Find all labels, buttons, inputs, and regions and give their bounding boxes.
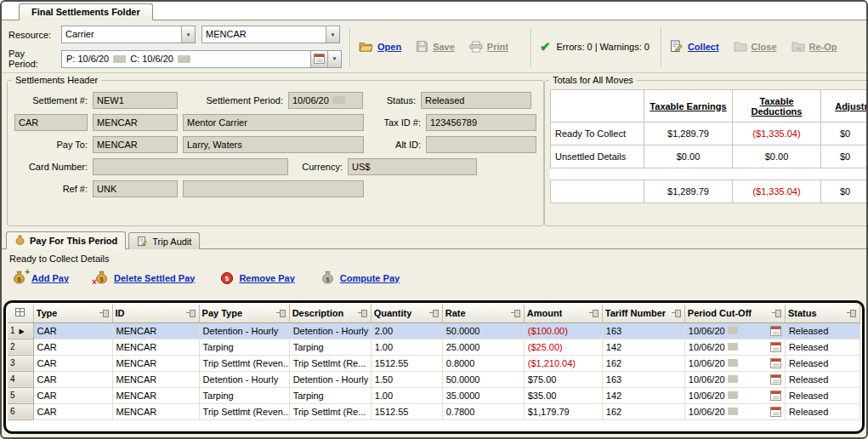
row-selector[interactable]: 6	[8, 403, 33, 419]
cell-status[interactable]: Released	[785, 322, 859, 339]
cell-quantity[interactable]: 2.00	[371, 322, 442, 339]
delete-settled-pay-button[interactable]: $× Delete Settled Pay	[94, 271, 195, 285]
row-selector[interactable]: 1▶	[8, 322, 33, 339]
chevron-down-icon[interactable]: ▼	[326, 26, 339, 43]
cell-description[interactable]: Trip Settlmt (Re...	[289, 403, 371, 419]
cell-id[interactable]: MENCAR	[112, 322, 199, 339]
calendar-icon[interactable]	[770, 374, 781, 385]
cell-tariff-number[interactable]: 163	[602, 371, 684, 387]
cell-pay-type[interactable]: Tarping	[199, 387, 289, 403]
cell-quantity[interactable]: 1.50	[371, 371, 442, 387]
pin-icon[interactable]	[275, 309, 286, 318]
grid-row[interactable]: 5CARMENCARTarpingTarping1.0035.0000$35.0…	[8, 387, 860, 403]
cell-description[interactable]: Tarping	[289, 339, 371, 355]
column-header-tariff-number[interactable]: Tariff Number	[602, 305, 684, 322]
cell-rate[interactable]: 0.7800	[442, 403, 524, 419]
cell-pay-type[interactable]: Trip Settlmt (Reven...	[199, 403, 289, 419]
cell-id[interactable]: MENCAR	[112, 339, 199, 355]
grid-row[interactable]: 3CARMENCARTrip Settlmt (Reven...Trip Set…	[8, 355, 860, 371]
remove-pay-button[interactable]: $ Remove Pay	[220, 271, 294, 285]
cell-rate[interactable]: 0.8000	[442, 355, 524, 371]
cell-quantity[interactable]: 1.00	[371, 339, 442, 355]
grid-row[interactable]: 1▶CARMENCARDetention - HourlyDetention -…	[8, 322, 860, 339]
cell-amount[interactable]: ($100.00)	[524, 322, 602, 339]
cell-tariff-number[interactable]: 162	[602, 403, 684, 419]
cell-id[interactable]: MENCAR	[112, 371, 199, 387]
cell-status[interactable]: Released	[785, 339, 859, 355]
column-header-period-cut-off[interactable]: Period Cut-Off	[684, 305, 785, 322]
cell-status[interactable]: Released	[785, 355, 859, 371]
cell-pay-type[interactable]: Tarping	[199, 339, 289, 355]
pin-icon[interactable]	[357, 309, 368, 318]
cell-amount[interactable]: $1,179.79	[524, 403, 602, 419]
column-header-type[interactable]: Type	[33, 305, 112, 322]
cell-period-cut-off[interactable]: 10/06/20	[684, 339, 785, 355]
calendar-icon[interactable]	[770, 358, 781, 368]
cell-id[interactable]: MENCAR	[112, 387, 199, 403]
row-selector[interactable]: 2	[8, 339, 33, 355]
cell-description[interactable]: Detention - Hourly	[289, 322, 371, 339]
cell-id[interactable]: MENCAR	[112, 355, 199, 371]
pin-icon[interactable]	[99, 309, 110, 318]
pin-icon[interactable]	[185, 309, 196, 318]
cell-status[interactable]: Released	[785, 371, 859, 387]
cell-tariff-number[interactable]: 163	[602, 322, 684, 339]
row-selector[interactable]: 4	[8, 371, 33, 387]
calendar-icon[interactable]	[770, 342, 781, 352]
column-header-rate[interactable]: Rate	[442, 305, 524, 322]
calendar-icon[interactable]	[770, 407, 781, 417]
cell-period-cut-off[interactable]: 10/06/20	[684, 371, 785, 387]
pay-period-input[interactable]: P: 10/6/20 C: 10/6/20 ▼	[61, 50, 342, 68]
column-header-pay-type[interactable]: Pay Type	[199, 305, 289, 322]
pin-icon[interactable]	[510, 309, 521, 318]
tab-final-settlements-folder[interactable]: Final Settlements Folder	[19, 3, 153, 20]
cell-quantity[interactable]: 1512.55	[371, 403, 442, 419]
cell-period-cut-off[interactable]: 10/06/20	[684, 403, 785, 419]
cell-pay-type[interactable]: Trip Settlmt (Reven...	[199, 355, 289, 371]
cell-type[interactable]: CAR	[33, 322, 112, 339]
calendar-icon[interactable]	[770, 391, 781, 401]
cell-description[interactable]: Detention - Hourly	[289, 371, 371, 387]
cell-tariff-number[interactable]: 142	[602, 387, 684, 403]
pin-icon[interactable]	[588, 309, 599, 318]
cell-status[interactable]: Released	[785, 403, 859, 419]
cell-description[interactable]: Tarping	[289, 387, 371, 403]
column-header-status[interactable]: Status	[785, 305, 859, 322]
collect-button[interactable]: Collect	[670, 40, 719, 53]
pin-icon[interactable]	[671, 309, 682, 318]
cell-description[interactable]: Trip Settlmt (Re...	[289, 355, 371, 371]
cell-amount[interactable]: $35.00	[524, 387, 602, 403]
column-header-id[interactable]: ID	[112, 305, 199, 322]
cell-type[interactable]: CAR	[33, 339, 112, 355]
cell-amount[interactable]: ($1,210.04)	[524, 355, 602, 371]
cell-pay-type[interactable]: Detention - Hourly	[199, 322, 289, 339]
resource-name-select[interactable]: MENCAR ▼	[201, 26, 340, 43]
cell-rate[interactable]: 25.0000	[442, 339, 524, 355]
cell-id[interactable]: MENCAR	[112, 403, 199, 419]
cell-amount[interactable]: $75.00	[524, 371, 602, 387]
tab-pay-for-this-period[interactable]: Pay For This Period	[6, 231, 126, 249]
chevron-down-icon[interactable]: ▼	[327, 51, 341, 67]
cell-status[interactable]: Released	[785, 387, 859, 403]
add-pay-button[interactable]: $+ Add Pay	[12, 271, 69, 285]
row-selector[interactable]: 3	[8, 355, 33, 371]
cell-rate[interactable]: 50.0000	[442, 322, 524, 339]
row-selector[interactable]: 5	[8, 387, 33, 403]
column-header-description[interactable]: Description	[289, 305, 371, 322]
open-button[interactable]: Open	[359, 41, 401, 53]
cell-rate[interactable]: 35.0000	[442, 387, 524, 403]
cell-type[interactable]: CAR	[33, 403, 112, 419]
pin-icon[interactable]	[771, 309, 782, 318]
grid-row[interactable]: 4CARMENCARDetention - HourlyDetention - …	[8, 371, 860, 387]
cell-quantity[interactable]: 1512.55	[371, 355, 442, 371]
cell-period-cut-off[interactable]: 10/06/20	[684, 322, 785, 339]
cell-type[interactable]: CAR	[33, 371, 112, 387]
resource-type-select[interactable]: Carrier ▼	[61, 26, 196, 43]
calendar-icon[interactable]	[770, 326, 781, 336]
cell-period-cut-off[interactable]: 10/06/20	[684, 355, 785, 371]
grid-row[interactable]: 6CARMENCARTrip Settlmt (Reven...Trip Set…	[8, 403, 860, 419]
column-header-amount[interactable]: Amount	[524, 305, 602, 322]
cell-period-cut-off[interactable]: 10/06/20	[684, 387, 785, 403]
grid-row[interactable]: 2CARMENCARTarpingTarping1.0025.0000($25.…	[8, 339, 860, 355]
compute-pay-button[interactable]: $ Compute Pay	[321, 271, 400, 285]
